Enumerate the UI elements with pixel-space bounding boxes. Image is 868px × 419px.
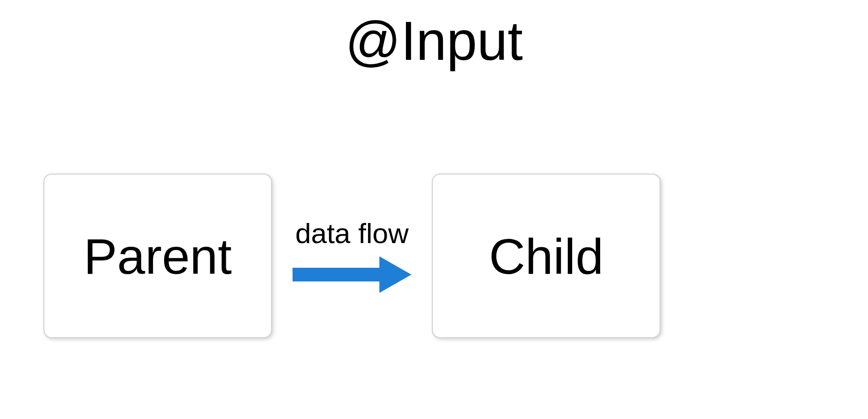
- svg-rect-0: [293, 268, 379, 281]
- svg-marker-1: [379, 256, 411, 293]
- diagram-title: @Input: [345, 9, 523, 72]
- parent-node-label: Parent: [84, 227, 232, 285]
- parent-node-box: Parent: [43, 174, 272, 338]
- arrow-right-icon: [288, 254, 416, 295]
- child-node-box: Child: [432, 174, 660, 338]
- child-node-label: Child: [489, 227, 604, 285]
- arrow-label: data flow: [295, 217, 409, 249]
- diagram-row: Parent data flow Child: [43, 174, 660, 338]
- arrow-block: data flow: [281, 217, 423, 295]
